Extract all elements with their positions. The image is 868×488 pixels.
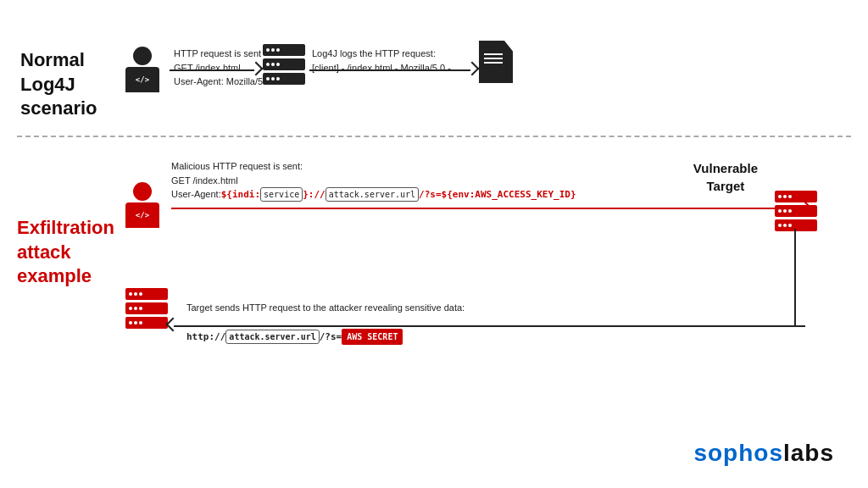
vulnerable-target-label: Vulnerable Target bbox=[693, 159, 758, 195]
exfil-code-badge: </> bbox=[136, 211, 149, 219]
person-body: </> bbox=[125, 67, 159, 92]
normal-server-icon bbox=[263, 44, 305, 85]
vert-line bbox=[794, 229, 796, 326]
normal-label: Normal Log4J scenario bbox=[20, 48, 97, 121]
arrow2-head bbox=[465, 62, 480, 76]
doc-icon bbox=[479, 41, 513, 83]
exfil-person-head bbox=[133, 182, 152, 201]
normal-person-icon: </> bbox=[125, 47, 159, 92]
code-badge: </> bbox=[136, 75, 149, 84]
exfil-person-body: </> bbox=[125, 202, 159, 228]
normal-request-text: HTTP request is sent GET /index.html Use… bbox=[174, 47, 270, 89]
attacker-server-icon bbox=[125, 288, 168, 329]
section-divider bbox=[17, 136, 851, 137]
sophos-logo: sophoslabs bbox=[693, 440, 834, 467]
return-arrow-head bbox=[166, 318, 181, 332]
exfil-arrow-right-line bbox=[171, 208, 803, 209]
log4j-text: Log4J logs the HTTP request: [client] - … bbox=[312, 47, 461, 75]
exfil-label: Exfiltration attack example bbox=[17, 216, 114, 289]
vulnerable-server-icon bbox=[775, 191, 817, 231]
person-head bbox=[133, 47, 152, 65]
aws-badge: AWS SECRET bbox=[342, 329, 403, 345]
exfil-person-icon: </> bbox=[125, 182, 159, 228]
target-sends-text: Target sends HTTP request to the attacke… bbox=[186, 301, 465, 345]
malicious-request-text: Malicious HTTP request is sent: GET /ind… bbox=[171, 159, 576, 202]
